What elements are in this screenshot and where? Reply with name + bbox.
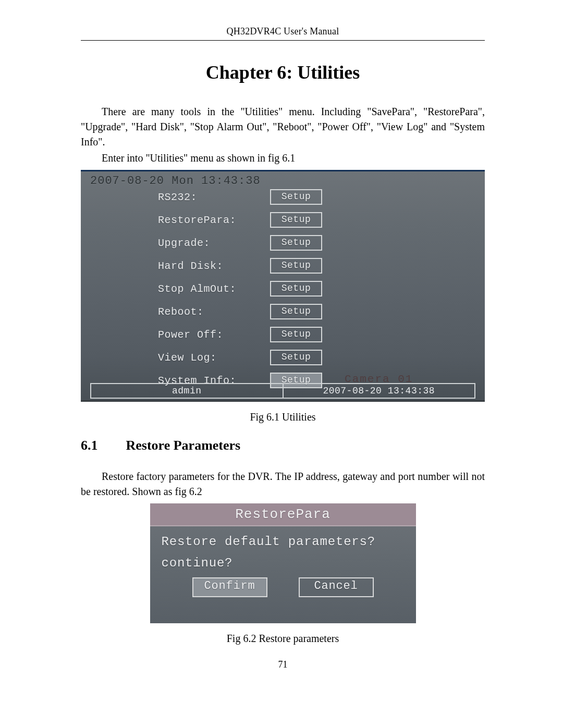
section-6-1-paragraph: Restore factory parameters for the DVR. … [81, 469, 485, 499]
chapter-title: Chapter 6: Utilities [81, 61, 485, 83]
fig-6-2-caption: Fig 6.2 Restore parameters [81, 633, 485, 645]
dvr-menu-rows: RS232: Setup RestorePara: Setup Upgrade:… [90, 186, 475, 392]
dvr-row-reboot: Reboot: Setup [90, 300, 475, 323]
dvr-utilities-screen: 2007-08-20 Mon 13:43:38 RS232: Setup Res… [81, 170, 485, 402]
dvr-status-bar: admin Camera 01 2007-08-20 13:43:38 [90, 383, 475, 399]
setup-button-reboot[interactable]: Setup [270, 304, 322, 319]
setup-button-stopalmout[interactable]: Setup [270, 281, 322, 297]
restorepara-title: RestorePara [150, 503, 416, 526]
dvr-label: Power Off: [90, 329, 247, 341]
dvr-status-datetime-text: 2007-08-20 13:43:38 [323, 386, 435, 396]
setup-button-poweroff[interactable]: Setup [270, 327, 322, 342]
running-head: QH32DVR4C User's Manual [81, 26, 485, 37]
dvr-label: RestorePara: [90, 214, 247, 226]
dvr-row-upgrade: Upgrade: Setup [90, 231, 475, 254]
setup-button-upgrade[interactable]: Setup [270, 235, 322, 251]
restorepara-dialog: RestorePara Restore default parameters? … [150, 503, 416, 623]
dvr-row-poweroff: Power Off: Setup [90, 323, 475, 346]
restorepara-line2: continue? [162, 556, 405, 570]
section-number: 6.1 [81, 438, 123, 453]
dvr-row-stopalmout: Stop AlmOut: Setup [90, 277, 475, 300]
dvr-row-harddisk: Hard Disk: Setup [90, 254, 475, 277]
restorepara-line1: Restore default parameters? [162, 535, 405, 549]
section-title: Restore Parameters [126, 438, 241, 453]
dvr-label: Stop AlmOut: [90, 283, 247, 295]
setup-button-rs232[interactable]: Setup [270, 189, 322, 205]
section-6-1-heading: 6.1 Restore Parameters [81, 438, 485, 453]
dvr-status-camera: Camera 01 [284, 373, 475, 386]
setup-button-viewlog[interactable]: Setup [270, 350, 322, 365]
fig-6-1-caption: Fig 6.1 Utilities [81, 411, 485, 423]
cancel-button[interactable]: Cancel [299, 577, 374, 597]
intro-line-2: Enter into "Utilities" menu as shown in … [81, 151, 485, 166]
dvr-status-datetime: Camera 01 2007-08-20 13:43:38 [283, 383, 476, 399]
restorepara-buttons: Confirm Cancel [162, 577, 405, 597]
restorepara-body: Restore default parameters? continue? Co… [150, 526, 416, 599]
dvr-row-restorepara: RestorePara: Setup [90, 208, 475, 231]
intro-paragraph: There are many tools in the "Utilities" … [81, 104, 485, 150]
dvr-label: Upgrade: [90, 237, 247, 249]
setup-button-harddisk[interactable]: Setup [270, 258, 322, 274]
dvr-label: Reboot: [90, 306, 247, 318]
dvr-row-rs232: RS232: Setup [90, 186, 475, 208]
setup-button-restorepara[interactable]: Setup [270, 212, 322, 228]
dvr-label: RS232: [90, 191, 247, 203]
head-rule [81, 40, 485, 41]
dvr-row-viewlog: View Log: Setup [90, 346, 475, 369]
dvr-label: View Log: [90, 352, 247, 364]
manual-page: QH32DVR4C User's Manual Chapter 6: Utili… [0, 0, 563, 728]
page-number: 71 [81, 659, 485, 670]
dvr-label: Hard Disk: [90, 260, 247, 272]
dvr-status-user: admin [90, 383, 283, 399]
confirm-button[interactable]: Confirm [192, 577, 267, 597]
